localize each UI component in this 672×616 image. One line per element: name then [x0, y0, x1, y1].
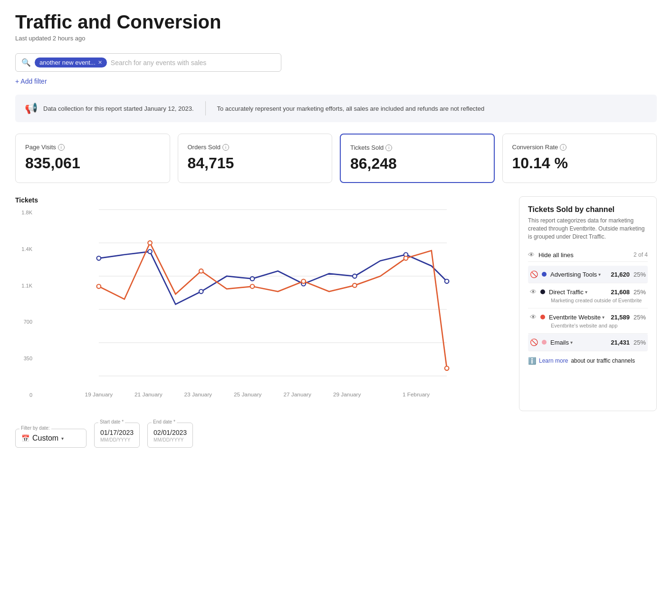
svg-text:27 January: 27 January [283, 391, 311, 398]
notice-text1: Data collection for this report started … [43, 105, 194, 112]
svg-point-18 [301, 279, 306, 283]
eye-icon-eventbrite[interactable]: 👁 [530, 313, 537, 321]
date-filter-row: Filter by date: 📅 Custom ▾ Start date * … [15, 423, 657, 448]
stat-value-conversion-rate: 10.14 % [512, 154, 647, 172]
channel-name-advertising[interactable]: Advertising Tools ▾ [550, 271, 601, 278]
channel-row-emails: 🚫 Emails ▾ 21,431 25% [528, 334, 648, 351]
stat-value-tickets-sold: 86,248 [350, 155, 484, 173]
chevron-eventbrite: ▾ [602, 315, 605, 320]
svg-point-11 [353, 274, 357, 279]
info-icon-tickets-sold[interactable]: i [385, 144, 392, 151]
page-title: Traffic and Conversion [15, 11, 657, 33]
svg-point-19 [353, 283, 357, 288]
svg-text:25 January: 25 January [234, 391, 262, 398]
start-date-label: Start date * [98, 419, 125, 424]
svg-text:29 January: 29 January [333, 391, 361, 398]
line-chart: 19 January 21 January 23 January 25 Janu… [36, 210, 509, 409]
chevron-emails: ▾ [570, 340, 573, 345]
svg-point-21 [445, 366, 449, 371]
svg-point-6 [97, 256, 101, 260]
hide-all-eye-icon[interactable]: 👁 [528, 251, 535, 259]
tag-label: another new event... [39, 59, 96, 66]
info-icon-page-visits[interactable]: i [58, 144, 65, 151]
channel-value-advertising: 21,620 [611, 271, 630, 278]
eye-icon-direct[interactable]: 👁 [530, 288, 537, 296]
channel-name-direct[interactable]: Direct Traffic ▾ [549, 289, 587, 296]
channel-value-eventbrite: 21,589 [611, 314, 630, 321]
search-placeholder: Search for any events with sales [111, 59, 207, 67]
channel-panel-title: Tickets Sold by channel [528, 205, 648, 214]
hide-all-left: 👁 Hide all lines [528, 251, 574, 259]
svg-point-8 [199, 289, 203, 294]
notice-divider [205, 101, 206, 116]
stat-card-orders-sold[interactable]: Orders Sold i 84,715 [178, 134, 333, 183]
stat-value-orders-sold: 84,715 [188, 154, 323, 172]
channel-value-direct: 21,608 [611, 289, 630, 296]
start-date-field[interactable]: Start date * 01/17/2023 MM/DD/YYYY [94, 423, 140, 448]
channel-sub-eventbrite: Eventbrite's website and app [551, 323, 646, 328]
learn-more-row: ℹ️ Learn more about our traffic channels [528, 357, 648, 365]
search-tag[interactable]: another new event... ✕ [35, 58, 107, 67]
svg-text:23 January: 23 January [184, 391, 212, 398]
stat-card-page-visits[interactable]: Page Visits i 835,061 [15, 134, 170, 183]
tag-close-icon[interactable]: ✕ [98, 59, 102, 66]
svg-point-15 [148, 241, 152, 245]
hide-all-label[interactable]: Hide all lines [538, 251, 574, 259]
stat-card-tickets-sold[interactable]: Tickets Sold i 86,248 [340, 134, 495, 183]
y-label-1: 1.4K [15, 246, 32, 252]
y-label-3: 700 [15, 319, 32, 325]
channel-pct-direct: 25% [634, 289, 646, 296]
stat-label-orders-sold: Orders Sold i [188, 144, 323, 151]
chevron-advertising: ▾ [598, 272, 601, 277]
notice-icon: 📢 [25, 102, 38, 115]
y-label-4: 350 [15, 356, 32, 361]
channel-name-emails[interactable]: Emails ▾ [550, 339, 573, 346]
learn-more-link[interactable]: Learn more [539, 357, 568, 364]
date-select-value: Custom [32, 434, 58, 443]
last-updated: Last updated 2 hours ago [15, 35, 657, 42]
stats-row: Page Visits i 835,061 Orders Sold i 84,7… [15, 134, 657, 183]
chart-wrap: Tickets 1.8K 1.4K 1.1K 700 350 0 [15, 196, 509, 411]
learn-more-suffix: about our traffic channels [571, 357, 635, 364]
search-bar[interactable]: 🔍 another new event... ✕ Search for any … [15, 53, 281, 72]
svg-text:19 January: 19 January [85, 391, 113, 398]
dot-direct [540, 289, 545, 294]
end-date-value[interactable]: 02/01/2023 [154, 429, 187, 436]
info-icon-conversion-rate[interactable]: i [560, 144, 566, 151]
svg-point-9 [250, 277, 255, 281]
info-icon-orders-sold[interactable]: i [222, 144, 229, 151]
chevron-down-icon: ▾ [61, 436, 64, 441]
channel-pct-advertising: 25% [634, 271, 646, 278]
end-date-field[interactable]: End date * 02/01/2023 MM/DD/YYYY [147, 423, 193, 448]
svg-point-14 [97, 284, 101, 289]
stat-label-tickets-sold: Tickets Sold i [350, 144, 484, 151]
svg-point-7 [148, 250, 152, 254]
svg-point-20 [404, 256, 408, 260]
channel-pct-emails: 25% [634, 339, 646, 346]
stat-label-page-visits: Page Visits i [25, 144, 160, 151]
info-circle-icon: ℹ️ [528, 357, 536, 365]
eye-icon-emails[interactable]: 🚫 [530, 338, 538, 346]
calendar-icon: 📅 [21, 434, 29, 442]
dot-eventbrite [540, 315, 545, 319]
start-date-value[interactable]: 01/17/2023 [100, 429, 134, 436]
custom-date-select[interactable]: 📅 Custom ▾ [21, 434, 80, 443]
add-filter-button[interactable]: + Add filter [15, 77, 657, 85]
svg-point-17 [250, 284, 255, 289]
channel-name-eventbrite[interactable]: Eventbrite Website ▾ [549, 314, 605, 321]
date-filter-label: Filter by date: [19, 425, 51, 431]
chart-title: Tickets [15, 196, 509, 204]
channel-row-advertising: 🚫 Advertising Tools ▾ 21,620 25% [528, 266, 648, 283]
svg-text:21 January: 21 January [134, 391, 163, 398]
chart-section: Tickets 1.8K 1.4K 1.1K 700 350 0 [15, 196, 657, 411]
hide-all-row: 👁 Hide all lines 2 of 4 [528, 248, 648, 262]
eye-icon-advertising[interactable]: 🚫 [530, 270, 538, 278]
svg-point-13 [445, 279, 449, 283]
date-filter-select-wrap[interactable]: Filter by date: 📅 Custom ▾ [15, 429, 86, 448]
channel-row-direct: 👁 Direct Traffic ▾ 21,608 25% Marketing … [528, 283, 648, 308]
stat-card-conversion-rate[interactable]: Conversion Rate i 10.14 % [502, 134, 657, 183]
chevron-direct: ▾ [585, 289, 587, 295]
stat-label-conversion-rate: Conversion Rate i [512, 144, 647, 151]
svg-text:1 February: 1 February [403, 391, 430, 398]
svg-point-16 [199, 269, 203, 273]
